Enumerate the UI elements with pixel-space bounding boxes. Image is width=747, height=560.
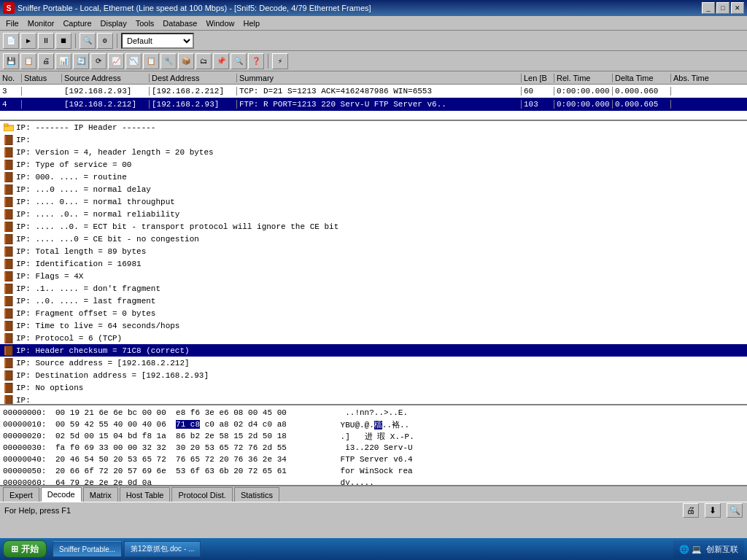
open-button[interactable]: ▶ — [20, 33, 36, 49]
decode-line[interactable]: IP: ..0. .... = last fragment — [0, 295, 747, 307]
svg-rect-2 — [5, 135, 12, 145]
decode-line[interactable]: IP: Type of service = 00 — [0, 158, 747, 171]
tab-decode[interactable]: Decode — [41, 487, 82, 502]
print-icon[interactable]: 🖨 — [683, 503, 699, 518]
app-icon: S — [3, 2, 15, 14]
decode-line[interactable]: IP: ...0 .... = normal delay — [0, 183, 747, 195]
tb2-btn13[interactable]: 📌 — [213, 53, 229, 69]
menu-tools[interactable]: Tools — [131, 18, 159, 29]
decode-line[interactable]: IP: Version = 4, header length = 20 byte… — [0, 146, 747, 158]
svg-rect-19 — [4, 235, 6, 244]
row-no: 4 — [0, 100, 22, 109]
tb2-btn2[interactable]: 📋 — [20, 53, 36, 69]
tb2-btn1[interactable]: 💾 — [3, 53, 19, 69]
tb2-btn9[interactable]: 📋 — [143, 53, 159, 69]
menu-database[interactable]: Database — [158, 18, 201, 29]
decode-line[interactable]: IP: Identification = 16981 — [0, 257, 747, 270]
tb2-btn7[interactable]: 📈 — [108, 53, 124, 69]
window-controls[interactable]: _ □ ✕ — [702, 2, 744, 14]
svg-rect-37 — [4, 346, 6, 355]
tb2-btn10[interactable]: 🔧 — [160, 53, 177, 69]
table-row[interactable]: 4 [192.168.2.212] [192.168.2.93] FTP: R … — [0, 98, 747, 111]
decode-line[interactable]: IP: .... ..0. = ECT bit - transport prot… — [0, 220, 747, 233]
tb2-btn6[interactable]: ⟳ — [90, 53, 107, 69]
book-icon — [3, 221, 15, 233]
decode-line[interactable]: IP: .... .0.. = normal reliability — [0, 208, 747, 220]
decode-line-text: IP: — [16, 396, 31, 405]
taskbar-item-doc[interactable]: 第12章抓包.doc - ... — [124, 541, 201, 557]
decode-line[interactable]: IP: .... ...0 = CE bit - no congestion — [0, 233, 747, 245]
tb2-btn14[interactable]: 🔍 — [231, 53, 247, 69]
separator-1 — [75, 34, 76, 48]
book-icon — [3, 233, 15, 245]
tb2-btn8[interactable]: 📉 — [125, 53, 142, 69]
toolbar-1: 📄 ▶ ⏸ ⏹ 🔍 ⚙ Default — [0, 31, 747, 51]
col-header-status: Status — [22, 74, 62, 82]
tb2-btn5[interactable]: 🔄 — [73, 53, 89, 69]
svg-rect-21 — [4, 247, 6, 256]
decode-line[interactable]: IP: — [0, 133, 747, 146]
tb2-btn11[interactable]: 📦 — [178, 53, 194, 69]
decode-line-text: IP: .... ..0. = ECT bit - transport prot… — [16, 222, 338, 231]
network-icon[interactable]: ⬇ — [705, 503, 721, 518]
packet-list-header: No. Status Source Address Dest Address S… — [0, 71, 747, 85]
decode-line[interactable]: IP: 000. .... = routine — [0, 171, 747, 183]
hex-row: 00000040: 20 46 54 50 20 53 65 72 76 65 … — [3, 454, 744, 465]
start-button[interactable]: ⊞ 开始 — [3, 540, 47, 558]
decode-line[interactable]: IP: Time to live = 64 seconds/hops — [0, 319, 747, 332]
tb2-btn12[interactable]: 🗂 — [196, 53, 212, 69]
close-button[interactable]: ✕ — [731, 2, 744, 14]
status-right: 🖨 ⬇ 🔍 — [683, 503, 743, 518]
book-icon — [3, 394, 15, 406]
svg-rect-4 — [5, 147, 12, 158]
tb2-btn16[interactable]: ⚡ — [272, 53, 288, 69]
stop-button[interactable]: ⏹ — [55, 33, 71, 49]
taskbar-item-sniffer[interactable]: Sniffer Portable... — [53, 541, 122, 557]
decode-line[interactable]: IP: .... 0... = normal throughput — [0, 195, 747, 208]
tab-host-table[interactable]: Host Table — [120, 487, 171, 502]
decode-line[interactable]: IP: No options — [0, 381, 747, 394]
menu-display[interactable]: Display — [96, 18, 131, 29]
tab-expert[interactable]: Expert — [3, 487, 39, 502]
menu-help[interactable]: Help — [239, 18, 265, 29]
menu-capture[interactable]: Capture — [58, 18, 96, 29]
filter-button[interactable]: ⚙ — [97, 33, 113, 49]
menu-monitor[interactable]: Monitor — [23, 18, 59, 29]
svg-rect-13 — [4, 198, 6, 206]
decode-line[interactable]: IP: Total length = 89 bytes — [0, 245, 747, 257]
svg-rect-7 — [4, 160, 6, 169]
hex-row: 00000060: 64 79 2e 2e 2e 0d 0a dy..... — [3, 477, 744, 486]
decode-panel[interactable]: IP: ------- IP Header -------IP:IP: Vers… — [0, 121, 747, 405]
menu-window[interactable]: Window — [201, 18, 239, 29]
decode-line[interactable]: IP: Header checksum = 71C8 (correct) — [0, 344, 747, 357]
decode-line[interactable]: IP: ------- IP Header ------- — [0, 121, 747, 133]
decode-line[interactable]: IP: Protocol = 6 (TCP) — [0, 332, 747, 344]
maximize-button[interactable]: □ — [716, 2, 729, 14]
tab-protocol-dist[interactable]: Protocol Dist. — [171, 487, 232, 502]
decode-line[interactable]: IP: Source address = [192.168.2.212] — [0, 357, 747, 369]
svg-rect-28 — [5, 296, 12, 306]
menu-file[interactable]: File — [1, 18, 23, 29]
zoom-button[interactable]: 🔍 — [80, 33, 96, 49]
filter-dropdown[interactable]: Default — [121, 33, 194, 49]
book-icon — [3, 345, 15, 357]
decode-line[interactable]: IP: Destination address = [192.168.2.93] — [0, 369, 747, 381]
row-len: 60 — [522, 87, 554, 96]
tab-statistics[interactable]: Statistics — [234, 487, 279, 502]
tab-matrix[interactable]: Matrix — [83, 487, 118, 502]
search-icon[interactable]: 🔍 — [727, 503, 743, 518]
table-row[interactable]: 3 [192.168.2.93] [192.168.2.212] TCP: D=… — [0, 85, 747, 98]
tb2-btn4[interactable]: 📊 — [55, 53, 71, 69]
decode-line[interactable]: IP: — [0, 394, 747, 405]
title-bar: S Sniffer Portable - Local, Ethernet (Li… — [0, 0, 747, 16]
tb2-btn3[interactable]: 🖨 — [38, 53, 54, 69]
new-button[interactable]: 📄 — [3, 33, 19, 49]
decode-line[interactable]: IP: .1.. .... = don't fragment — [0, 282, 747, 295]
minimize-button[interactable]: _ — [702, 2, 715, 14]
svg-rect-22 — [5, 259, 12, 269]
decode-line-text: IP: ..0. .... = last fragment — [16, 297, 155, 306]
tb2-btn15[interactable]: ❓ — [248, 53, 264, 69]
pause-button[interactable]: ⏸ — [38, 33, 54, 49]
decode-line[interactable]: IP: Flags = 4X — [0, 270, 747, 282]
decode-line[interactable]: IP: Fragment offset = 0 bytes — [0, 307, 747, 319]
